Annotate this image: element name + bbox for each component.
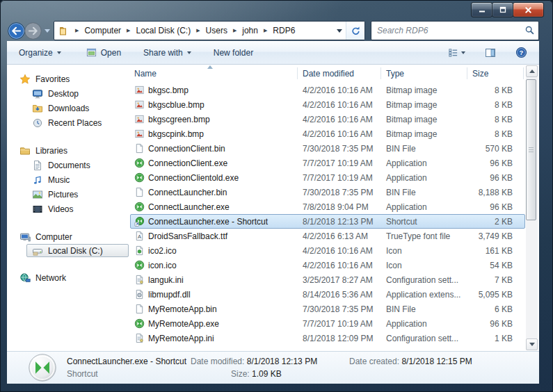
open-button[interactable]: Open	[80, 44, 127, 61]
breadcrumb-item-users[interactable]: Users	[204, 23, 230, 38]
sidebar-item-pictures[interactable]: Pictures	[7, 187, 129, 202]
close-button[interactable]	[513, 2, 544, 17]
sidebar-item-computer[interactable]: Computer	[7, 229, 129, 244]
maximize-button[interactable]	[492, 2, 513, 17]
file-name-cell: ADroidSansFallback.ttf	[131, 231, 298, 242]
preview-pane-button[interactable]	[479, 44, 502, 62]
new-folder-button[interactable]: New folder	[207, 44, 259, 61]
date-created-value: 8/1/2018 12:15 PM	[401, 357, 472, 366]
scroll-down-button[interactable]	[526, 338, 538, 350]
column-header-date[interactable]: Date modified	[298, 65, 381, 83]
sidebar-item-desktop[interactable]: Desktop	[7, 86, 129, 101]
file-row-libmupdf-dll[interactable]: libmupdf.dll8/14/2016 5:36 AMApplication…	[130, 287, 525, 302]
downloads-icon	[32, 103, 43, 114]
change-view-button[interactable]	[442, 44, 472, 61]
file-name-cell: ConnectLauncher.exe - Shortcut	[131, 216, 298, 227]
bitmap-icon	[134, 114, 145, 125]
sidebar-item-favorites[interactable]: Favorites	[7, 72, 129, 86]
file-date: 8/1/2018 12:09 PM	[298, 334, 381, 343]
sidebar-item-label: Downloads	[48, 104, 89, 113]
search-input[interactable]	[371, 22, 538, 40]
forward-button[interactable]	[24, 22, 42, 40]
back-button[interactable]	[7, 22, 26, 40]
file-date: 4/2/2016 10:16 AM	[298, 246, 381, 256]
ini-icon	[134, 275, 145, 286]
file-name-cell: bkgscgreen.bmp	[131, 114, 298, 125]
sidebar-item-downloads[interactable]: Downloads	[7, 101, 129, 115]
sidebar-item-label: Local Disk (C:)	[48, 246, 103, 256]
file-row-ico2-ico[interactable]: ico2.ico4/2/2016 10:16 AMIcon161 KB	[130, 243, 525, 258]
organize-button[interactable]: Organize	[13, 44, 67, 61]
file-type: Bitmap image	[381, 100, 467, 110]
column-header-size[interactable]: Size	[467, 65, 524, 83]
sidebar-item-recent-places[interactable]: Recent Places	[7, 115, 129, 130]
help-button[interactable]: ?	[509, 43, 534, 62]
minimize-button[interactable]	[471, 2, 492, 17]
scroll-up-button[interactable]	[526, 65, 538, 77]
breadcrumb-item-local-disk-c[interactable]: Local Disk (C:)	[134, 23, 193, 38]
column-header-type[interactable]: Type	[381, 65, 467, 83]
file-name-cell: libmupdf.dll	[131, 289, 298, 300]
sidebar-item-network[interactable]: Network	[7, 270, 129, 285]
sidebar-item-label: Videos	[48, 204, 73, 214]
triangle-up-icon	[529, 70, 535, 73]
sidebar-item-label: Computer	[35, 232, 72, 242]
file-name: MyRemoteApp.exe	[148, 319, 219, 329]
file-row-myremoteapp-exe[interactable]: MyRemoteApp.exe7/7/2017 10:19 AMApplicat…	[130, 316, 525, 331]
file-size: 54 KB	[467, 261, 520, 270]
address-bar[interactable]: ▶Computer▶Local Disk (C:)▶Users▶john▶RDP…	[54, 21, 365, 40]
doc-icon	[134, 304, 145, 315]
file-row-languk-ini[interactable]: languk.ini3/25/2017 8:27 AMConfiguration…	[130, 272, 525, 287]
file-row-icon-ico[interactable]: icon.ico4/2/2016 10:16 AMIcon54 KB	[130, 258, 525, 272]
share-with-button[interactable]: Share with	[137, 44, 198, 61]
sidebar-item-documents[interactable]: Documents	[7, 158, 129, 172]
file-name-cell: languk.ini	[131, 275, 298, 286]
address-dropdown-button[interactable]	[333, 22, 346, 40]
file-row-connectlauncher-bin[interactable]: ConnectLauncher.bin7/30/2018 7:35 PMBIN …	[130, 185, 525, 199]
breadcrumb-separator-icon: ▶	[72, 28, 82, 33]
file-row-connectionclientold-exe[interactable]: ConnectionClientold.exe7/7/2017 10:19 AM…	[130, 170, 525, 185]
file-name: ico2.ico	[148, 246, 177, 256]
file-name: bkgscgreen.bmp	[148, 115, 210, 124]
file-row-myremoteapp-bin[interactable]: MyRemoteApp.bin7/30/2018 7:35 PMBIN File…	[130, 302, 525, 316]
file-name-cell: MyRemoteApp.exe	[131, 318, 298, 329]
file-row-connectionclient-bin[interactable]: ConnectionClient.bin7/30/2018 7:35 PMBIN…	[130, 141, 525, 156]
file-row-bkgscpink-bmp[interactable]: bkgscpink.bmp4/2/2016 10:16 AMBitmap ima…	[130, 126, 525, 141]
file-row-bkgscblue-bmp[interactable]: bkgscblue.bmp4/2/2016 10:16 AMBitmap ima…	[130, 97, 525, 112]
file-type: Bitmap image	[381, 115, 467, 124]
file-date: 8/14/2016 5:36 AM	[298, 290, 381, 300]
file-row-connectlauncher-exe[interactable]: ConnectLauncher.exe7/8/2018 9:04 PMAppli…	[130, 199, 525, 214]
scrollbar-thumb[interactable]	[526, 79, 536, 220]
column-header-name[interactable]: Name	[129, 65, 298, 83]
file-row-connectionclient-exe[interactable]: ConnectionClient.exe7/7/2017 10:19 AMApp…	[130, 156, 525, 170]
sidebar-item-videos[interactable]: Videos	[7, 202, 129, 216]
app-icon	[134, 260, 145, 271]
file-row-bkgsc-bmp[interactable]: bkgsc.bmp4/2/2016 10:16 AMBitmap image8 …	[130, 83, 525, 97]
file-date: 7/7/2017 10:19 AM	[298, 319, 381, 329]
file-size: 161 KB	[467, 246, 520, 256]
file-row-bkgscgreen-bmp[interactable]: bkgscgreen.bmp4/2/2016 10:16 AMBitmap im…	[130, 112, 525, 126]
sidebar-item-label: Pictures	[48, 190, 78, 199]
list-view-icon	[448, 47, 458, 58]
font-icon: A	[134, 231, 145, 242]
breadcrumb-item-computer[interactable]: Computer	[82, 23, 123, 38]
organize-label: Organize	[19, 48, 53, 58]
sidebar-item-local-disk-c[interactable]: Local Disk (C:)	[26, 244, 129, 257]
file-type: Application	[381, 173, 467, 183]
recent-pages-dropdown-icon[interactable]	[45, 29, 50, 33]
sidebar-item-libraries[interactable]: Libraries	[7, 143, 129, 158]
vertical-scrollbar[interactable]	[526, 65, 538, 350]
file-row-droidsansfallback-ttf[interactable]: ADroidSansFallback.ttf4/2/2016 6:13 AMTr…	[130, 229, 525, 243]
file-date: 4/2/2016 10:16 AM	[298, 100, 381, 110]
file-name: ConnectLauncher.exe	[148, 202, 230, 212]
search-icon[interactable]	[524, 25, 535, 35]
sidebar-item-music[interactable]: Music	[7, 172, 129, 187]
file-row-myremoteapp-ini[interactable]: MyRemoteApp.ini8/1/2018 12:09 PMConfigur…	[130, 331, 525, 345]
breadcrumb-item-john[interactable]: john	[240, 23, 260, 38]
file-size: 96 KB	[467, 202, 520, 212]
breadcrumb-item-rdp6[interactable]: RDP6	[271, 23, 297, 38]
refresh-button[interactable]	[346, 22, 364, 40]
file-type: Application	[381, 202, 467, 212]
file-row-connectlauncher-exe-shortcut[interactable]: ConnectLauncher.exe - Shortcut8/1/2018 1…	[130, 214, 525, 229]
file-name: languk.ini	[148, 275, 184, 285]
